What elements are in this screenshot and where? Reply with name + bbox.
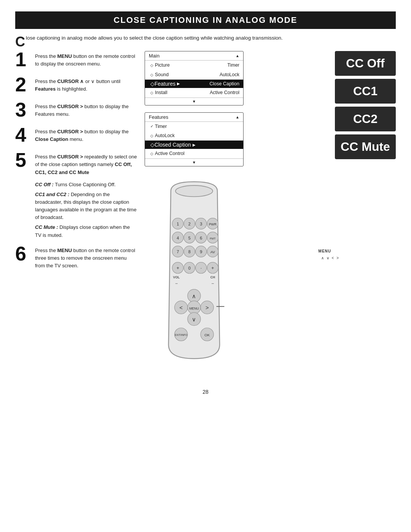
svg-text:FMT: FMT (210, 237, 216, 240)
step-2: 2 Press the CURSOR ∧ or ∨ button until F… (15, 76, 137, 94)
menus-and-cc: Main ▲ ◇Picture Timer ◇Sound AutoLock (145, 51, 396, 374)
step-text-4: Press the CURSOR > button to display the… (35, 126, 137, 143)
cc1-button: CC1 (335, 79, 396, 104)
menu-main-down-arrow: ▼ (145, 97, 243, 105)
item-label: Features (155, 81, 175, 87)
diamond-icon: ◇ (150, 62, 153, 68)
diamond-icon: ◇ (150, 142, 155, 148)
menu-main-title: Main (149, 53, 159, 59)
check-icon: ✓ (150, 123, 153, 129)
item-label: Sound (155, 71, 169, 78)
remote-container: 1 2 3 PWR 4 5 (145, 177, 244, 374)
svg-text:∨: ∨ (192, 316, 196, 323)
step-text-2: Press the CURSOR ∧ or ∨ button until Fea… (35, 76, 137, 93)
page-title: CLOSE CAPTIONING IN ANALOG MODE (15, 11, 396, 29)
menu-features-down-arrow: ▼ (145, 158, 243, 166)
menu-item-picture: ◇Picture Timer (145, 61, 243, 70)
menus-stack: Main ▲ ◇Picture Timer ◇Sound AutoLock (145, 51, 244, 374)
page-container: CLOSE CAPTIONING IN ANALOG MODE Close ca… (0, 0, 411, 532)
diamond-icon: ◇ (150, 151, 153, 157)
step-text-5: Press the CURSOR > repeatedly to select … (35, 152, 137, 176)
intro-text: Close captioning in analog mode allows y… (15, 34, 396, 42)
svg-text:−: − (211, 281, 214, 286)
menu-features: Features ▲ ✓Timer ◇AutoLock (145, 112, 244, 166)
menu-item-sound: ◇Sound AutoLock (145, 70, 243, 80)
svg-text:8: 8 (188, 249, 191, 254)
menu-item-active-control: ◇Active Control (145, 149, 243, 158)
svg-text:1: 1 (177, 222, 179, 226)
arrow-right-icon: ▶ (177, 81, 180, 86)
menu-features-title-row: Features ▲ (145, 113, 243, 122)
item-right-autolock: AutoLock (220, 71, 239, 78)
svg-text:6: 6 (200, 236, 202, 240)
svg-text:EXIT/INFO: EXIT/INFO (175, 334, 187, 336)
diamond-icon: ◇ (150, 133, 153, 139)
svg-text:+: + (177, 265, 179, 271)
cc-mute-button: CC Mute (335, 134, 396, 159)
item-right-cc: Close Caption (209, 81, 239, 86)
menu-item-autolock: ◇AutoLock (145, 131, 243, 141)
svg-text:−: − (175, 281, 178, 286)
menu-item-features-highlighted: ◇Features▶ Close Caption (145, 80, 243, 88)
item-label: Install (155, 89, 167, 96)
svg-text:∧: ∧ (192, 293, 196, 299)
remote-svg: 1 2 3 PWR 4 5 (152, 177, 236, 372)
main-content: 1 Press the MENU button on the remote co… (15, 51, 396, 374)
step-number-4: 4 (15, 125, 30, 145)
svg-text:0: 0 (188, 266, 191, 270)
svg-text:+: + (211, 265, 214, 271)
cc-buttons-column: CC Off CC1 CC2 CC Mute (335, 51, 396, 159)
step-4: 4 Press the CURSOR > button to display t… (15, 126, 137, 145)
intro-body: lose captioning in analog mode allows yo… (26, 35, 283, 41)
svg-text:3: 3 (200, 222, 202, 226)
svg-text:VOL: VOL (173, 275, 180, 279)
cc2-button: CC2 (335, 107, 396, 131)
step-5: 5 Press the CURSOR > repeatedly to selec… (15, 152, 137, 176)
step-text-3: Press the CURSOR > button to display the… (35, 101, 137, 118)
cc-off-desc: CC Off : Turns Close Captioning Off. (35, 181, 137, 189)
diamond-icon: ◇ (150, 72, 153, 78)
item-label: Closed Caption (155, 142, 191, 148)
item-label: AutoLock (155, 132, 175, 139)
arrow-right-icon: ▶ (193, 143, 196, 147)
svg-text:4: 4 (177, 236, 179, 240)
menu-item-timer: ✓Timer (145, 122, 243, 131)
item-label: Picture (155, 62, 170, 69)
step-1: 1 Press the MENU button on the remote co… (15, 51, 137, 69)
step-text-6: Press the MENU button on the remote cont… (35, 245, 137, 270)
svg-text:7: 7 (177, 249, 179, 254)
cursor-label: ∧ ∨ < > (321, 256, 339, 260)
page-number: 28 (15, 389, 396, 395)
svg-text:·: · (201, 265, 202, 271)
step-number-5: 5 (15, 150, 30, 170)
step-number-2: 2 (15, 75, 30, 94)
diamond-icon: ◇ (150, 81, 155, 87)
menu-label: MENU (319, 249, 331, 253)
cc-mute-desc: CC Mute : Displays close caption when th… (35, 224, 137, 239)
svg-text:>: > (206, 305, 209, 311)
cc1-cc2-desc: CC1 and CC2 : Depending on the broadcast… (35, 191, 137, 222)
menu-main-title-row: Main ▲ (145, 51, 243, 61)
cc-off-button: CC Off (335, 51, 396, 76)
step-number-1: 1 (15, 50, 30, 69)
item-right-timer: Timer (228, 62, 239, 69)
step-6: 6 Press the MENU button on the remote co… (15, 245, 137, 270)
svg-text:9: 9 (200, 249, 202, 254)
diamond-icon: ◇ (150, 90, 153, 96)
step-number-6: 6 (15, 244, 30, 264)
step-number-3: 3 (15, 100, 30, 120)
right-column: Main ▲ ◇Picture Timer ◇Sound AutoLock (145, 51, 396, 374)
cc-descriptions: CC Off : Turns Close Captioning Off. CC1… (35, 181, 137, 239)
step-3: 3 Press the CURSOR > button to display t… (15, 101, 137, 120)
steps-column: 1 Press the MENU button on the remote co… (15, 51, 137, 374)
svg-text:5: 5 (188, 236, 191, 240)
menu-main: Main ▲ ◇Picture Timer ◇Sound AutoLock (145, 51, 244, 105)
item-right-ac: Active Control (210, 89, 239, 96)
svg-point-0 (175, 185, 213, 197)
menu-features-up-arrow: ▲ (236, 115, 239, 119)
drop-cap: C (15, 35, 25, 49)
svg-text:AV: AV (210, 250, 215, 254)
svg-text:MENU: MENU (189, 307, 199, 310)
menu-item-closed-caption-highlighted: ◇Closed Caption▶ (145, 141, 243, 149)
menu-main-up-arrow: ▲ (236, 54, 239, 58)
